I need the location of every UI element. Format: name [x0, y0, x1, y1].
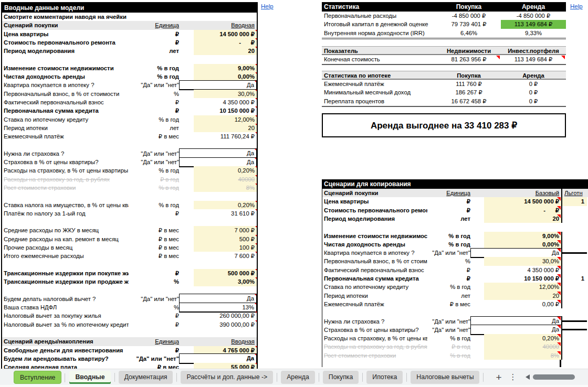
- row-label-cell[interactable]: Налоговый вычет за % по ипотечному креди…: [2, 320, 129, 329]
- row-unit-cell[interactable]: "Да" или "нет": [129, 354, 179, 363]
- row-label-cell[interactable]: Итоговый капитал в денежной оценке: [322, 20, 437, 28]
- row-label-cell[interactable]: Рост стоимости страховки: [2, 184, 129, 192]
- sheet-tab[interactable]: Аренда: [281, 371, 315, 384]
- row-label-cell[interactable]: Квартира покупается в ипотеку ?: [2, 81, 129, 89]
- row-label-cell[interactable]: Первоначальный взнос, в % от стоимости: [2, 90, 129, 98]
- row-unit-cell[interactable]: % в год: [129, 184, 179, 192]
- row-buy-cell[interactable]: -4 850 000 ₽: [437, 12, 501, 20]
- sheet-tab[interactable]: Вступление: [14, 371, 61, 384]
- row-unit-cell[interactable]: лет: [427, 214, 470, 223]
- row-unit-cell[interactable]: "Да" или "нет": [129, 81, 179, 89]
- row-label-cell[interactable]: Ежемесячный платёж: [2, 132, 129, 141]
- row-label-cell[interactable]: Ставка по ипотечному кредиту: [2, 115, 129, 124]
- row-value-cell[interactable]: 500 000 ₽: [194, 269, 257, 277]
- sheet-tab[interactable]: Вводные: [69, 371, 110, 384]
- row-label-cell[interactable]: Изменение стоимости недвижимости: [2, 64, 129, 72]
- row-label-cell[interactable]: Чистая доходность аренды: [2, 72, 129, 81]
- row-value-cell[interactable]: 9,00%: [194, 64, 257, 72]
- row-value-cell[interactable]: 8%: [194, 184, 257, 192]
- row-value-cell[interactable]: 20: [194, 47, 257, 55]
- help-link[interactable]: Help: [261, 3, 274, 9]
- scroll-left-arrow-icon[interactable]: [526, 374, 530, 380]
- row-unit-cell[interactable]: "Да" или "нет": [427, 317, 470, 326]
- row-value-cell[interactable]: 12,00%: [194, 115, 257, 124]
- row-value-cell[interactable]: - ₽: [194, 38, 257, 47]
- row-label-cell[interactable]: Цена квартиры: [322, 197, 427, 206]
- row-alt-value-cell[interactable]: [562, 320, 587, 322]
- row-value-cell[interactable]: 500 ₽: [194, 235, 257, 243]
- row-unit-cell[interactable]: ₽: [129, 98, 179, 106]
- row-label-cell[interactable]: Будем делать налоговый вычет ?: [2, 295, 129, 303]
- row-label-cell[interactable]: Свободные деньги для инвестирования: [2, 346, 129, 354]
- row-base-value-cell[interactable]: 4 350 000 ₽: [484, 266, 562, 274]
- row-label-cell[interactable]: Трансакционные издержки при продаже жиль…: [2, 277, 129, 286]
- row-label-cell[interactable]: Период ипотеки: [2, 124, 129, 132]
- row-rent-cell[interactable]: 113 149 684 ₽: [501, 20, 566, 28]
- row-unit-cell[interactable]: %: [129, 277, 179, 286]
- row-unit-cell[interactable]: % в год: [129, 72, 179, 81]
- row-realestate-cell[interactable]: 81 263 956 ₽: [437, 55, 501, 63]
- row-unit-cell[interactable]: ₽ в мес: [129, 226, 179, 234]
- row-value-cell[interactable]: Да: [179, 80, 257, 90]
- row-unit-cell[interactable]: %: [427, 257, 470, 265]
- row-label-cell[interactable]: Ставка налога на имущество, в % от цены …: [2, 201, 129, 209]
- row-label-cell[interactable]: Изменение стоимости недвижимости: [322, 232, 427, 240]
- sheet-tab[interactable]: Покупка: [323, 371, 359, 384]
- row-base-value-cell[interactable]: 20: [484, 214, 562, 223]
- row-label-cell[interactable]: Расходы на страховку, в % от цены кварти…: [2, 166, 129, 175]
- row-unit-cell[interactable]: % в год: [129, 166, 179, 175]
- row-label-cell[interactable]: Цена квартиры: [2, 30, 129, 38]
- row-label-cell[interactable]: Средние расходы по ЖКУ в месяц: [2, 226, 129, 234]
- row-unit-cell[interactable]: ₽ в мес: [427, 300, 470, 308]
- row-label-cell[interactable]: Внутренняя норма доходности (IRR): [322, 29, 437, 37]
- row-base-value-cell[interactable]: 40000: [484, 342, 562, 351]
- row-unit-cell[interactable]: "Да" или "нет": [427, 249, 470, 257]
- row-value-cell[interactable]: 7 000 ₽: [194, 226, 257, 234]
- row-unit-cell[interactable]: % в год: [427, 240, 470, 249]
- row-unit-cell[interactable]: %: [129, 303, 179, 311]
- row-unit-cell[interactable]: ₽: [129, 38, 179, 47]
- row-unit-cell[interactable]: ₽: [129, 209, 179, 218]
- row-value-cell[interactable]: 14 500 000 ₽: [194, 30, 257, 38]
- row-unit-cell[interactable]: ₽: [427, 266, 470, 274]
- row-unit-cell[interactable]: ₽ в мес: [129, 243, 179, 252]
- row-label-cell[interactable]: Расходы на страховку за год, в рублях: [2, 175, 129, 184]
- row-unit-cell[interactable]: ₽ в мес: [129, 235, 179, 243]
- row-base-value-cell[interactable]: 20: [484, 292, 562, 300]
- row-label-cell[interactable]: Трансакционные издержки при покупке жиль…: [2, 269, 129, 277]
- row-value-cell[interactable]: Да: [179, 353, 257, 363]
- row-unit-cell[interactable]: % в год: [427, 334, 470, 342]
- row-unit-cell[interactable]: ₽ в мес: [129, 252, 179, 260]
- row-unit-cell[interactable]: ₽: [129, 269, 179, 277]
- row-value-cell[interactable]: 10 150 000 ₽: [194, 106, 257, 115]
- row-rent-cell[interactable]: 9,33%: [501, 29, 566, 37]
- row-value-cell[interactable]: 3,00%: [194, 277, 257, 286]
- row-alt-value-cell[interactable]: Льготн: [562, 189, 587, 197]
- row-unit-cell[interactable]: "Да" или "нет": [129, 149, 179, 158]
- row-unit-cell[interactable]: ₽ в год: [129, 175, 179, 184]
- row-label-cell[interactable]: Средние расходы на кап. ремонт в месяц: [2, 235, 129, 243]
- row-label-cell[interactable]: Минимальный месячный доход: [322, 88, 437, 96]
- row-label-cell[interactable]: Сценарий покупки: [2, 21, 129, 29]
- row-label-cell[interactable]: Налоговый вычет за покупку жилья: [2, 311, 129, 320]
- row-unit-cell[interactable]: % в год: [427, 232, 470, 240]
- row-value-cell[interactable]: 260 000,00 ₽: [194, 311, 257, 320]
- row-value-cell[interactable]: 30,0%: [194, 90, 257, 98]
- row-unit-cell[interactable]: % в год: [129, 115, 179, 124]
- row-value-cell[interactable]: Вводная: [194, 337, 257, 346]
- row-base-value-cell[interactable]: Да: [470, 325, 562, 335]
- row-unit-cell[interactable]: ₽: [427, 197, 470, 206]
- row-unit-cell[interactable]: лет: [129, 47, 179, 55]
- row-unit-cell[interactable]: ₽: [129, 106, 179, 115]
- row-value-cell[interactable]: 20: [194, 124, 257, 132]
- row-unit-cell[interactable]: % в год: [129, 64, 179, 72]
- sheet-tab[interactable]: Ипотека: [366, 371, 403, 384]
- row-buy-cell[interactable]: 79 739 401 ₽: [437, 20, 501, 28]
- row-unit-cell[interactable]: лет: [129, 124, 179, 132]
- row-rent-cell[interactable]: 0 ₽: [501, 97, 566, 105]
- row-label-cell[interactable]: Нужна ли страховка ?: [322, 317, 427, 326]
- row-unit-cell[interactable]: ₽: [129, 311, 179, 320]
- row-value-cell[interactable]: Вводная: [194, 21, 257, 29]
- row-label-cell[interactable]: Рост стоимости страховки: [322, 351, 427, 360]
- row-unit-cell[interactable]: % в год: [427, 351, 470, 360]
